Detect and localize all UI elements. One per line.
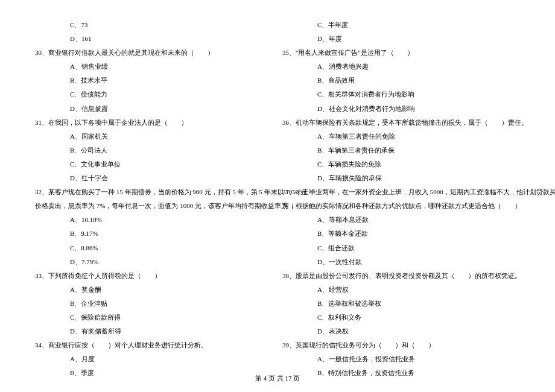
- option-text: C、73: [35, 18, 273, 32]
- option-text: D、信息披露: [35, 102, 273, 116]
- option-text: A、奖金酬: [35, 283, 273, 297]
- option-text: D、红十字会: [35, 171, 273, 185]
- option-text: C、车辆损失险的免除: [282, 157, 520, 171]
- option-text: C、文化事业单位: [35, 157, 273, 171]
- option-text: A、月度: [35, 352, 273, 366]
- question-text: 房，根据他的实际情况和各种还款方式的优缺点，哪种还款方式更适合他（ ）: [282, 199, 520, 213]
- option-text: D、车辆损失险的承保: [282, 171, 520, 185]
- option-text: B、技术水平: [35, 74, 273, 87]
- option-text: B、选举权和被选举权: [282, 297, 520, 311]
- option-text: C、相关群体对消费者行为地影响: [282, 87, 520, 101]
- question-text: 39、英国现行的信托业务可分为（ ）和（ ）: [282, 338, 520, 352]
- option-text: A、等额本息还款: [282, 213, 520, 227]
- option-text: A、销售业绩: [35, 60, 273, 74]
- option-text: D、年度: [282, 32, 520, 46]
- option-text: A、一般信托业务，投资信托业务: [282, 352, 520, 366]
- option-text: D、7.79%: [35, 255, 273, 269]
- question-text: 30、商业银行对借款人最关心的就是其现在和未来的（ ）: [35, 46, 273, 60]
- option-text: C、权利和义务: [282, 311, 520, 324]
- option-text: A、车辆第三者责任的免除: [282, 130, 520, 144]
- option-text: C、组合还款: [282, 241, 520, 255]
- page-footer: 第 4 页 共 17 页: [0, 374, 555, 383]
- option-text: C、保险赔款所得: [35, 311, 273, 324]
- option-text: A、消费者地兴趣: [282, 60, 520, 74]
- option-text: B、等额本金还款: [282, 227, 520, 241]
- option-text: A、10.18%: [35, 213, 273, 227]
- option-text: D、有奖储蓄所得: [35, 324, 273, 338]
- option-text: D、一次性付款: [282, 255, 520, 269]
- option-text: B、企业津贴: [35, 297, 273, 311]
- option-text: D、161: [35, 32, 273, 46]
- option-text: B、公司法人: [35, 144, 273, 157]
- option-text: D、社会文化对消费者行为地影响: [282, 102, 520, 116]
- question-text: 34、商业银行应按（ ）对个人理财业务进行统计分析。: [35, 338, 273, 352]
- option-text: A、国家机关: [35, 130, 273, 144]
- question-text: 价格卖出，息票率为 7%，每年付息一次，面值为 1000 元，该客户年均持有期收…: [35, 199, 273, 213]
- question-text: 33、下列所得免征个人所得税的是（ ）: [35, 269, 273, 283]
- option-text: C、半年度: [282, 18, 520, 32]
- option-text: A、经营权: [282, 283, 520, 297]
- question-text: 31、在我国，以下各项中属于企业法人的是（ ）: [35, 116, 273, 130]
- question-text: 32、某客户现在购买了一种 15 年期债券，当前价格为 960 元，持有 5 年…: [35, 185, 273, 199]
- left-column: C、73 D、161 30、商业银行对借款人最关心的就是其现在和未来的（ ） A…: [30, 18, 278, 380]
- option-text: B、9.17%: [35, 227, 273, 241]
- option-text: C、8.86%: [35, 241, 273, 255]
- right-column: C、半年度 D、年度 35、"用名人来做宣传广告"是运用了（ ） A、消费者地兴…: [278, 18, 525, 380]
- question-text: 35、"用名人来做宣传广告"是运用了（ ）: [282, 46, 520, 60]
- option-text: B、车辆第三者责任的承保: [282, 144, 520, 157]
- option-text: C、偿债能力: [35, 87, 273, 101]
- question-text: 37、小王毕业两年，在一家外资企业上班，月收入 5000，短期内工资涨幅不大，他…: [282, 185, 520, 199]
- option-text: B、商品效用: [282, 74, 520, 87]
- question-text: 36、机动车辆保险有关条款规定，受本车所载货物撞击的损失，属于（ ）责任。: [282, 116, 520, 130]
- question-text: 38、股票是由股份公司发行的、表明投资者投资份额及其（ ）的所有权凭证。: [282, 269, 520, 283]
- option-text: D、表决权: [282, 324, 520, 338]
- page-content: C、73 D、161 30、商业银行对借款人最关心的就是其现在和未来的（ ） A…: [0, 0, 555, 380]
